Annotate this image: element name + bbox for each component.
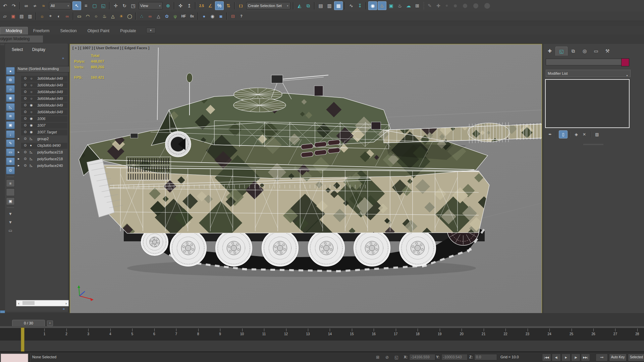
- object-name-label[interactable]: 1007: [37, 123, 67, 127]
- material-editor-icon[interactable]: ◉: [368, 1, 377, 10]
- dome-primitive-icon[interactable]: ◠: [84, 12, 92, 20]
- cloud-render-icon[interactable]: ☁: [405, 2, 413, 10]
- object-name-label[interactable]: 1007.Target: [37, 130, 67, 134]
- visibility-eye-icon[interactable]: ⊙: [24, 103, 26, 107]
- angle-snap-icon[interactable]: ∠: [206, 2, 214, 10]
- make-unique-icon[interactable]: ◈: [572, 131, 580, 138]
- viewport-window-icon[interactable]: ▱: [1, 12, 9, 20]
- named-selection-sets-dropdown[interactable]: Create Selection Set▼: [246, 2, 290, 9]
- reference-coordinate-dropdown[interactable]: View▼: [139, 2, 163, 9]
- pin-stack-icon[interactable]: ✒: [546, 131, 554, 138]
- time-slider-playhead[interactable]: [21, 327, 24, 352]
- visibility-eye-icon[interactable]: ⊙: [24, 130, 26, 134]
- window-crossing-toggle-icon[interactable]: ◱: [99, 2, 107, 10]
- filter-spacewarps-button[interactable]: ≋: [6, 112, 15, 120]
- object-name-label[interactable]: polySurface218: [37, 157, 67, 161]
- visibility-eye-icon[interactable]: ⊙: [24, 110, 26, 114]
- sphere-primitive-icon[interactable]: ○: [92, 12, 100, 20]
- cone-primitive-icon[interactable]: △: [109, 12, 117, 20]
- remove-modifier-icon[interactable]: ✕: [580, 131, 588, 138]
- configure-modifier-sets-icon[interactable]: ▨: [593, 131, 601, 138]
- viewport-label[interactable]: [ + ] [ 1007 ] [ User Defined ] [ Edged …: [72, 46, 150, 50]
- edit-named-selection-sets-icon[interactable]: { }: [237, 2, 245, 10]
- next-frame-advance-button[interactable]: ›: [47, 320, 53, 326]
- property-sheet-icon[interactable]: ▥: [26, 12, 34, 20]
- scene-object-row[interactable]: ⊙●Obj3d66-9490: [14, 142, 67, 149]
- select-and-move-icon[interactable]: ✛: [112, 2, 120, 10]
- visibility-eye-icon[interactable]: ⊙: [24, 117, 26, 120]
- expand-arrow-icon[interactable]: ▶: [18, 151, 19, 154]
- foliage-icon[interactable]: ψ: [171, 12, 179, 20]
- workspace-folder-button[interactable]: ▭: [6, 227, 14, 234]
- drag-handle[interactable]: [1, 44, 5, 45]
- go-to-start-button[interactable]: |◀◀: [542, 354, 551, 361]
- visibility-eye-icon[interactable]: ⊙: [24, 76, 26, 80]
- light-keypad-icon[interactable]: ☼: [38, 12, 46, 20]
- object-name-field[interactable]: [546, 59, 622, 65]
- visibility-eye-icon[interactable]: ⊙: [24, 143, 26, 147]
- select-and-manipulate-icon[interactable]: ✜: [176, 2, 184, 10]
- select-and-rotate-icon[interactable]: ↻: [120, 2, 128, 10]
- menu-display[interactable]: Display: [32, 47, 45, 52]
- next-frame-button[interactable]: |▶: [571, 354, 580, 361]
- visibility-eye-icon[interactable]: ⊙: [24, 150, 26, 154]
- filter-bones-button[interactable]: ✎: [6, 139, 15, 147]
- perspective-viewport[interactable]: [ + ] [ 1007 ] [ User Defined ] [ Edged …: [70, 44, 542, 314]
- sunlight-icon[interactable]: ☀: [117, 12, 125, 20]
- maxscript-mini-listener[interactable]: [1, 354, 28, 362]
- visibility-eye-icon[interactable]: ⊙: [24, 164, 26, 167]
- scene-object-row[interactable]: ▶⊙◺polySurface218: [14, 156, 67, 163]
- name-column-header[interactable]: Name (Sorted Ascending: [16, 66, 70, 72]
- filter-funnel-button[interactable]: ▼: [6, 219, 14, 226]
- filter-shapes-button[interactable]: ⧉: [6, 76, 15, 84]
- quick-render-icon[interactable]: ♨: [396, 2, 404, 10]
- atmospheric-apparatus-icon[interactable]: ✿: [163, 12, 171, 20]
- scroll-right-icon[interactable]: ›: [64, 301, 68, 305]
- display-blank-button[interactable]: [6, 188, 15, 196]
- scene-object-row[interactable]: ⊙☼3d66Model-949: [14, 109, 67, 116]
- selection-lock-icon[interactable]: ⊘: [384, 354, 390, 361]
- ribbon-tab-freeform[interactable]: Freeform: [28, 27, 55, 35]
- percent-snap-icon[interactable]: %: [215, 1, 224, 10]
- help-icon[interactable]: ?: [237, 12, 245, 20]
- scroll-thumb[interactable]: [22, 301, 35, 305]
- ribbon-toggle-icon[interactable]: ▦: [334, 1, 343, 10]
- expand-arrow-icon[interactable]: ▶: [18, 137, 19, 140]
- render-elements-icon[interactable]: ⊞: [413, 2, 421, 10]
- previous-frame-button[interactable]: ◀|: [552, 354, 561, 361]
- explorer-h-scrollbar[interactable]: ‹ ›: [16, 300, 69, 306]
- particle-array-icon[interactable]: ∴: [138, 12, 146, 20]
- mirror-icon[interactable]: ◭: [296, 2, 304, 10]
- visibility-eye-icon[interactable]: ⊙: [24, 123, 26, 127]
- visibility-eye-icon[interactable]: ⊙: [24, 97, 26, 100]
- expand-chevron-icon[interactable]: »: [63, 307, 65, 311]
- object-name-label[interactable]: 3d66Model-949: [37, 90, 67, 94]
- scene-object-row[interactable]: ⊙☼3d66Model-949: [14, 96, 67, 102]
- use-pivot-point-icon[interactable]: ⊕: [164, 2, 172, 10]
- scene-object-row[interactable]: ⊙◉1006: [14, 116, 67, 122]
- visibility-eye-icon[interactable]: ⊙: [24, 157, 26, 161]
- scroll-left-icon[interactable]: ‹: [16, 301, 21, 305]
- modifier-list-dropdown[interactable]: ▼ Modifier List: [546, 70, 631, 77]
- object-picker-icon[interactable]: ◉: [209, 12, 216, 20]
- menu-select[interactable]: Select: [12, 47, 23, 52]
- filter-config-button[interactable]: ▼: [6, 210, 14, 217]
- rendered-frame-window-icon[interactable]: ▣: [387, 2, 395, 10]
- isolate-toggle-icon[interactable]: ⊞: [374, 354, 381, 361]
- show-end-result-icon[interactable]: ▯: [559, 130, 568, 138]
- selection-filter-dropdown[interactable]: All▼: [49, 2, 71, 9]
- bind-to-space-warp-icon[interactable]: ≈: [40, 2, 48, 10]
- time-ruler[interactable]: 0123456789101112131415161718192021222324…: [0, 328, 644, 341]
- ribbon-tab-populate[interactable]: Populate: [115, 27, 141, 35]
- object-color-swatch[interactable]: [621, 58, 629, 66]
- x-coordinate-field[interactable]: -14166.559: [409, 354, 435, 360]
- set-key-button[interactable]: ⊸: [596, 354, 608, 361]
- ribbon-tab-object-paint[interactable]: Object Paint: [82, 27, 115, 35]
- undo-icon[interactable]: ↶: [1, 2, 9, 10]
- light-lister-icon[interactable]: ▤: [18, 12, 25, 20]
- ribbon-tab-modeling[interactable]: Modeling: [0, 27, 28, 35]
- schematic-clipboard-icon[interactable]: ⊟: [229, 12, 237, 20]
- paint-tool-disabled-icon[interactable]: ✎: [426, 2, 434, 10]
- create-tab[interactable]: ✚: [544, 47, 555, 55]
- select-and-link-icon[interactable]: ∞: [22, 2, 30, 10]
